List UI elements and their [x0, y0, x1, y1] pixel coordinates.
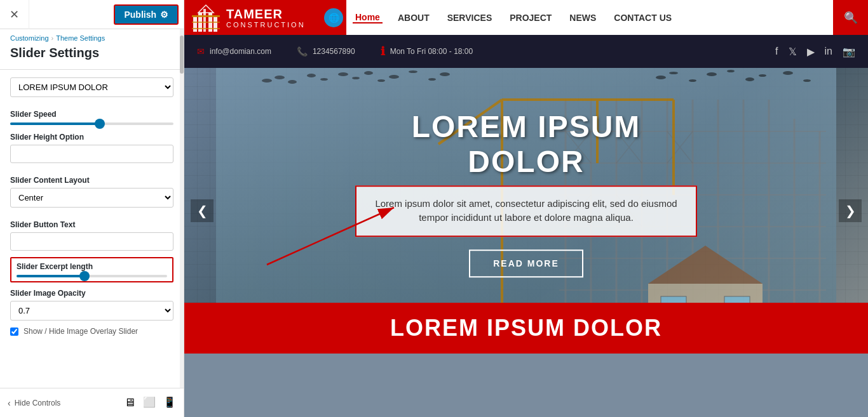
slider-button-input[interactable]: READ MORE — [10, 232, 173, 251]
next-icon: ❯ — [845, 203, 856, 218]
nav-items: Home ABOUT SERVICES PROJECT NEWS CONTACT… — [346, 0, 833, 35]
publish-button[interactable]: Publish ⚙ — [114, 4, 179, 25]
svg-point-18 — [377, 79, 385, 82]
breadcrumb-theme-settings[interactable]: Theme Settings — [56, 34, 105, 42]
mobile-icon[interactable]: 📱 — [163, 396, 176, 409]
hide-controls-label: Hide Controls — [15, 399, 61, 407]
nav-item-news[interactable]: NEWS — [567, 13, 599, 23]
hero-description-box: Lorem ipsum dolor sit amet, consectetur … — [355, 185, 697, 237]
nav-item-contact[interactable]: CONTACT US — [611, 13, 674, 23]
nav-item-services[interactable]: SERVICES — [445, 13, 495, 23]
facebook-icon[interactable]: f — [775, 46, 778, 58]
preview-website: TAMEER CONSTRUCTION 🌐 Home ABOUT SERVICE… — [184, 0, 868, 417]
slider-speed-thumb[interactable] — [95, 119, 105, 129]
panel-footer: ‹ Hide Controls 🖥 ⬜ 📱 — [0, 388, 184, 417]
preview-area: TAMEER CONSTRUCTION 🌐 Home ABOUT SERVICE… — [184, 0, 868, 417]
svg-point-27 — [727, 70, 735, 72]
slider-height-label: Slider Height Option — [10, 133, 173, 142]
slider-speed-label: Slider Speed — [10, 110, 173, 119]
search-icon: 🔍 — [844, 11, 858, 25]
linkedin-icon[interactable]: in — [825, 46, 832, 58]
youtube-icon[interactable]: ▶ — [807, 46, 815, 58]
nav-item-project[interactable]: PROJECT — [507, 13, 554, 23]
logo-svg — [191, 4, 221, 32]
email-icon: ✉ — [197, 46, 205, 56]
slider-speed-section: Slider Speed — [10, 110, 173, 125]
panel-header: ✕ Publish ⚙ — [0, 0, 184, 29]
svg-point-29 — [759, 74, 766, 77]
svg-point-10 — [262, 79, 272, 83]
svg-point-23 — [656, 76, 666, 79]
svg-point-22 — [440, 72, 450, 76]
svg-point-25 — [689, 79, 696, 82]
breadcrumb: Customizing › Theme Settings — [0, 29, 184, 44]
slider-excerpt-track[interactable] — [17, 275, 167, 277]
nav-item-home[interactable]: Home — [353, 12, 383, 23]
logo-text-area: TAMEER CONSTRUCTION — [226, 7, 306, 29]
bottom-strip-title: LOREM IPSUM DOLOR — [390, 315, 662, 341]
phone-text: 1234567890 — [313, 47, 355, 56]
hero-section: LOREM IPSUM DOLOR Lorem ipsum dolor sit … — [184, 68, 868, 354]
slider-select[interactable]: LOREM IPSUM DOLOR — [10, 77, 173, 97]
slider-content-label: Slider Content Layout — [10, 176, 173, 185]
svg-point-20 — [409, 70, 417, 73]
logo-name: TAMEER — [226, 7, 306, 21]
slider-content-select[interactable]: Center — [10, 188, 173, 208]
hide-controls-area[interactable]: ‹ Hide Controls — [8, 398, 60, 408]
slider-excerpt-label: Slider Excerpt length — [17, 262, 167, 271]
publish-label: Publish — [124, 10, 156, 20]
show-overlay-checkbox[interactable] — [10, 328, 18, 336]
nav-item-about[interactable]: ABOUT — [395, 13, 432, 23]
show-overlay-label: Show / Hide Image Overlay Slider — [24, 327, 138, 336]
hero-description: Lorem ipsum dolor sit amet, consectetur … — [375, 198, 677, 223]
hours-text: Mon To Fri 08:00 - 18:00 — [390, 47, 473, 56]
svg-point-11 — [275, 76, 285, 79]
slider-button-label: Slider Button Text — [10, 220, 173, 229]
svg-point-16 — [352, 77, 360, 79]
info-icon: ℹ — [381, 44, 385, 58]
svg-point-26 — [707, 72, 717, 76]
panel-scroll-area: LOREM IPSUM DOLOR Slider Speed Slider He… — [0, 72, 184, 388]
slider-opacity-label: Slider Image Opacity — [10, 289, 173, 298]
close-button[interactable]: ✕ — [0, 0, 29, 29]
secondary-bar: ✉ info@domian.com 📞 1234567890 ℹ Mon To … — [184, 35, 868, 68]
svg-point-17 — [364, 71, 373, 75]
slider-opacity-select[interactable]: 0.7 — [10, 301, 173, 321]
panel-title: Slider Settings — [0, 44, 184, 67]
svg-point-21 — [428, 78, 436, 81]
svg-point-24 — [669, 72, 678, 74]
show-overlay-row: Show / Hide Image Overlay Slider — [10, 327, 173, 336]
nav-logo: TAMEER CONSTRUCTION — [184, 0, 321, 35]
device-switcher: 🖥 ⬜ 📱 — [124, 396, 176, 409]
slider-excerpt-thumb[interactable] — [79, 271, 90, 281]
svg-rect-7 — [192, 28, 220, 29]
tablet-icon[interactable]: ⬜ — [143, 396, 156, 409]
breadcrumb-arrow: › — [51, 34, 54, 42]
svg-rect-0 — [193, 17, 197, 32]
email-text: info@domian.com — [210, 47, 271, 56]
nav-bar: TAMEER CONSTRUCTION 🌐 Home ABOUT SERVICE… — [184, 0, 868, 35]
desktop-icon[interactable]: 🖥 — [124, 396, 135, 409]
panel-scrollbar-thumb[interactable] — [180, 36, 184, 74]
hero-read-more-button[interactable]: READ MORE — [469, 249, 583, 277]
svg-point-19 — [389, 75, 399, 79]
slider-height-input[interactable] — [10, 145, 173, 163]
panel-scrollbar[interactable] — [180, 29, 184, 388]
hours-item: ℹ Mon To Fri 08:00 - 18:00 — [381, 44, 473, 58]
logo-sub: CONSTRUCTION — [226, 21, 306, 29]
slider-prev-button[interactable]: ❮ — [191, 199, 214, 222]
phone-item: 📞 1234567890 — [297, 46, 355, 56]
svg-point-28 — [745, 77, 754, 81]
breadcrumb-customizing[interactable]: Customizing — [10, 34, 49, 42]
slider-excerpt-section: Slider Excerpt length — [10, 257, 173, 282]
nav-circle-icon: 🌐 — [324, 8, 343, 27]
instagram-icon[interactable]: 📷 — [843, 46, 855, 58]
slider-speed-track[interactable] — [10, 122, 173, 125]
nav-search-button[interactable]: 🔍 — [833, 0, 868, 35]
gear-icon: ⚙ — [160, 10, 168, 20]
hero-title: LOREM IPSUM DOLOR — [355, 109, 697, 179]
customizer-panel: ✕ Publish ⚙ Customizing › Theme Settings… — [0, 0, 184, 417]
twitter-icon[interactable]: 𝕏 — [789, 46, 797, 58]
slider-next-button[interactable]: ❯ — [839, 199, 862, 222]
svg-point-31 — [803, 79, 811, 82]
